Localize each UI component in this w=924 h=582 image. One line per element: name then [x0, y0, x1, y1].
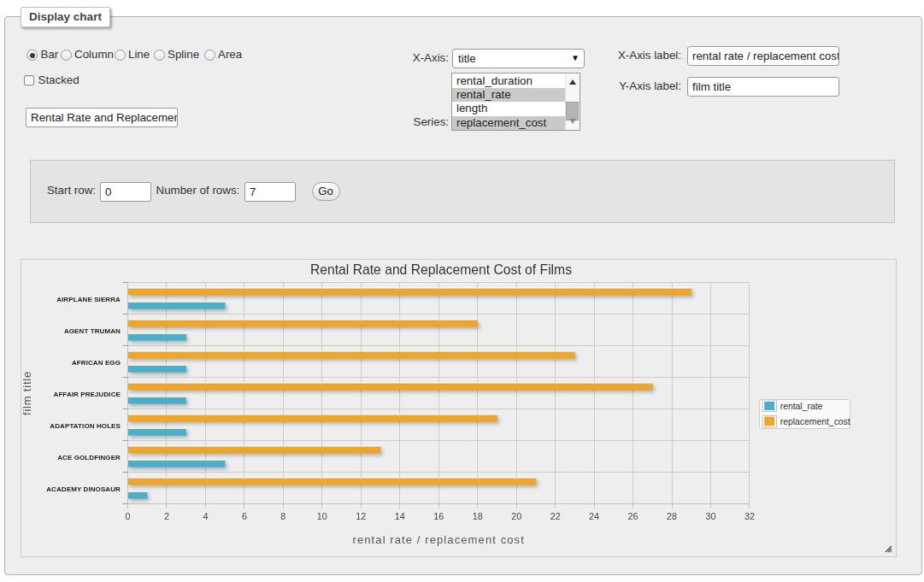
svg-text:12: 12	[356, 511, 366, 521]
svg-text:26: 26	[628, 511, 639, 521]
svg-text:30: 30	[706, 511, 716, 521]
svg-text:2: 2	[164, 511, 169, 521]
svg-text:0: 0	[125, 511, 130, 521]
svg-text:20: 20	[511, 511, 521, 521]
svg-text:18: 18	[473, 511, 483, 521]
svg-text:32: 32	[744, 511, 755, 521]
svg-text:4: 4	[203, 511, 208, 521]
svg-text:AIRPLANE SIERRA: AIRPLANE SIERRA	[56, 296, 121, 303]
svg-text:24: 24	[589, 511, 599, 521]
svg-text:film title: film title	[21, 371, 33, 415]
svg-text:AGENT TRUMAN: AGENT TRUMAN	[64, 327, 121, 335]
svg-text:rental_rate: rental_rate	[780, 402, 823, 411]
svg-text:28: 28	[667, 511, 677, 521]
svg-text:8: 8	[280, 511, 285, 521]
svg-text:rental rate / replacement cost: rental rate / replacement cost	[353, 533, 525, 546]
svg-text:16: 16	[433, 511, 444, 521]
svg-text:10: 10	[317, 511, 327, 521]
svg-text:Rental Rate and Replacement Co: Rental Rate and Replacement Cost of Film…	[310, 262, 572, 277]
svg-text:ACADEMY DINOSAUR: ACADEMY DINOSAUR	[46, 485, 121, 493]
svg-text:6: 6	[242, 511, 247, 521]
svg-text:AFFAIR PREJUDICE: AFFAIR PREJUDICE	[54, 391, 121, 398]
svg-text:AFRICAN EGG: AFRICAN EGG	[72, 359, 121, 367]
svg-text:14: 14	[395, 511, 405, 521]
svg-text:replacement_cost: replacement_cost	[780, 417, 850, 426]
svg-text:ACE GOLDFINGER: ACE GOLDFINGER	[57, 454, 121, 461]
svg-text:ADAPTATION HOLES: ADAPTATION HOLES	[50, 422, 121, 430]
svg-text:22: 22	[550, 511, 561, 521]
